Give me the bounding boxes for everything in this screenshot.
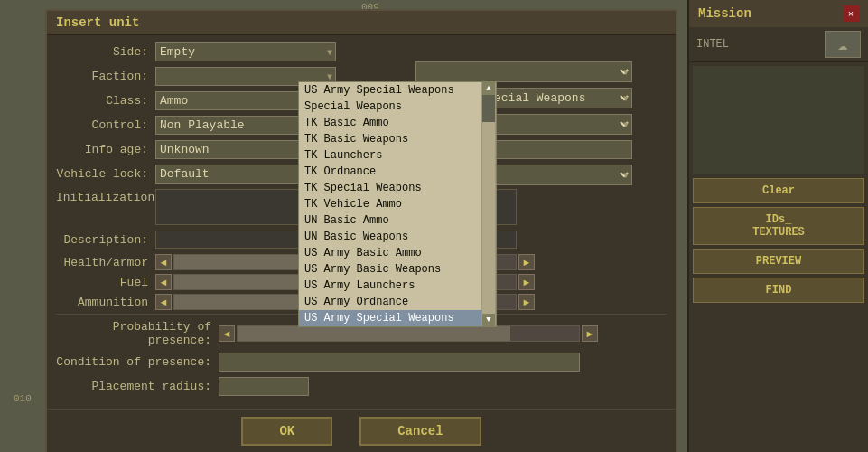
close-mission-button[interactable]: × xyxy=(843,5,859,22)
ammo-label: Ammunition xyxy=(56,296,155,309)
unit-dropdown-item-usao[interactable]: US Army Ordnance xyxy=(299,294,481,310)
intel-section: INTEL ☁ xyxy=(689,27,868,62)
dialog-footer: OK Cancel xyxy=(47,409,676,452)
prob-track xyxy=(237,325,580,342)
scrollbar-up-button[interactable]: ▲ xyxy=(482,82,495,95)
ammo-decrease-button[interactable]: ◄ xyxy=(155,294,172,310)
preview-button[interactable]: PREVIEW xyxy=(693,249,864,274)
unit-dropdown-item-usasw-top[interactable]: US Army Special Weapons xyxy=(299,82,481,99)
condition-label: Condition of presence: xyxy=(56,355,219,369)
mission-header: Mission × xyxy=(689,0,868,27)
unit-dropdown-item-tko[interactable]: TK Ordnance xyxy=(299,164,481,180)
unit-dropdown-item-sw[interactable]: Special Weapons xyxy=(299,99,481,115)
find-button[interactable]: FIND xyxy=(693,278,864,303)
health-increase-button[interactable]: ► xyxy=(518,254,535,270)
side-select-wrapper: Empty West East Resistance Civilian xyxy=(155,42,336,61)
mission-label: Mission xyxy=(698,6,751,21)
unit-dropdown-item-usabw[interactable]: US Army Basic Weapons xyxy=(299,261,481,278)
unit-scrollbar: ▲ ▼ xyxy=(481,82,496,326)
coord-left1: 010 xyxy=(14,393,32,404)
control-label: Control: xyxy=(56,118,155,132)
condition-row: Condition of presence: true xyxy=(56,353,667,372)
ammo-increase-button[interactable]: ► xyxy=(518,294,535,310)
info-age-label: Info age: xyxy=(56,143,155,156)
radius-label: Placement radius: xyxy=(56,380,219,393)
unit-dropdown-item-unbw[interactable]: UN Basic Weapons xyxy=(299,229,481,245)
cancel-button[interactable]: Cancel xyxy=(359,417,481,446)
init-label: Initialization: xyxy=(56,189,155,204)
prob-fill xyxy=(238,326,510,341)
ok-button[interactable]: OK xyxy=(241,417,332,446)
side-select[interactable]: Empty West East Resistance Civilian xyxy=(155,42,336,61)
condition-input[interactable]: true xyxy=(219,353,580,372)
health-label: Health/armor xyxy=(56,256,155,269)
radius-row: Placement radius: 0 xyxy=(56,377,667,396)
unit-dropdown-item-tkl[interactable]: TK Launchers xyxy=(299,147,481,164)
rank-row: Private Corporal Sergeant xyxy=(352,61,632,82)
unit-dropdown-item-tkva[interactable]: TK Vehicle Ammo xyxy=(299,196,481,212)
clear-button[interactable]: Clear xyxy=(693,178,864,203)
scrollbar-track xyxy=(482,95,495,314)
description-label: Description: xyxy=(56,233,155,247)
fuel-label: Fuel xyxy=(56,276,155,289)
side-label: Side: xyxy=(56,45,155,59)
intel-label: INTEL xyxy=(696,38,729,51)
unit-dropdown-item-tksw[interactable]: TK Special Weapons xyxy=(299,180,481,196)
fuel-increase-button[interactable]: ► xyxy=(518,274,535,290)
dialog-title: Insert unit xyxy=(47,11,676,35)
right-panel: Mission × INTEL ☁ Clear IDs_TEXTURES PRE… xyxy=(687,0,868,452)
unit-dropdown-item-usal[interactable]: US Army Launchers xyxy=(299,278,481,294)
unit-dropdown-item-usasw-bot[interactable]: US Army Special Weapons xyxy=(299,310,481,326)
health-decrease-button[interactable]: ◄ xyxy=(155,254,172,270)
scrollbar-thumb[interactable] xyxy=(482,95,495,122)
unit-dropdown: US Army Special WeaponsSpecial WeaponsTK… xyxy=(298,81,497,327)
prob-decrease-button[interactable]: ◄ xyxy=(219,325,235,342)
right-buttons: Clear IDs_TEXTURES PREVIEW FIND xyxy=(689,62,868,310)
unit-dropdown-item-tkba[interactable]: TK Basic Ammo xyxy=(299,115,481,131)
map-preview xyxy=(693,66,864,174)
vehicle-lock-label: Vehicle lock: xyxy=(56,167,155,181)
unit-dropdown-item-usaba[interactable]: US Army Basic Ammo xyxy=(299,245,481,261)
radius-input[interactable]: 0 xyxy=(219,377,309,396)
class-label: Class: xyxy=(56,94,155,108)
prob-increase-button[interactable]: ► xyxy=(582,325,598,342)
textures-button[interactable]: IDs_TEXTURES xyxy=(693,207,864,245)
scrollbar-down-button[interactable]: ▼ xyxy=(482,314,495,326)
fuel-decrease-button[interactable]: ◄ xyxy=(155,274,172,290)
unit-dropdown-item-tkbw[interactable]: TK Basic Weapons xyxy=(299,131,481,147)
weather-icon: ☁ xyxy=(825,31,861,58)
rank-select[interactable]: Private Corporal Sergeant xyxy=(415,61,632,82)
rank-select-wrapper: Private Corporal Sergeant xyxy=(415,61,632,82)
prob-label: Probability of presence: xyxy=(56,320,219,347)
faction-label: Faction: xyxy=(56,70,155,83)
side-row: Side: Empty West East Resistance Civilia… xyxy=(56,42,667,61)
unit-dropdown-item-unba[interactable]: UN Basic Ammo xyxy=(299,212,481,229)
